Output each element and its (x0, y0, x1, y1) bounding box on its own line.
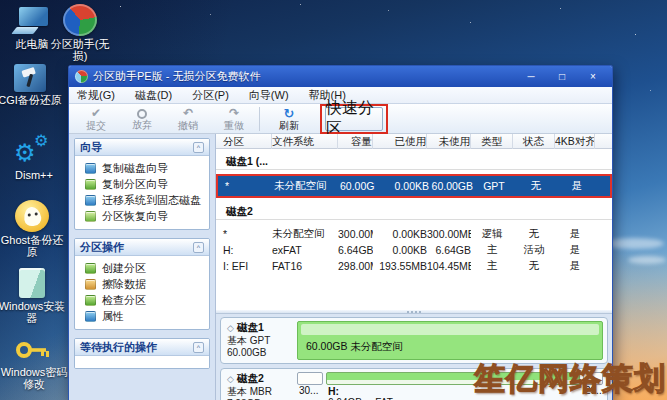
collapse-icon[interactable]: ^ (193, 142, 204, 153)
watermark: 笙亿网络策划 (474, 358, 666, 400)
redo-button[interactable]: ↷ 重做 (211, 105, 257, 133)
wizards-panel-header[interactable]: 向导 ^ (75, 139, 209, 156)
migrate-os-icon (85, 195, 96, 206)
copy-disk-icon (85, 163, 96, 174)
collapse-icon[interactable]: ^ (193, 342, 204, 353)
pending-operations-header[interactable]: 等待执行的操作 ^ (75, 339, 209, 356)
table-row-disk2-i-efi[interactable]: I: EFI FAT16 298.00MB 193.55MB 104.45MB … (216, 258, 612, 274)
col-capacity[interactable]: 容量 (338, 134, 373, 149)
close-button[interactable]: × (580, 69, 606, 84)
disk1-unallocated-bar[interactable]: 60.00GB 未分配空间 (297, 321, 603, 360)
minimize-button[interactable]: ─ (518, 69, 544, 84)
disk-icon: ◇ (227, 323, 234, 333)
partition-recovery-icon (85, 211, 96, 222)
red-highlight-box: 快速分区 (320, 104, 388, 134)
desktop-icon-ghost-backup[interactable]: Ghost备份还原 (0, 200, 66, 258)
pending-operations-panel: 等待执行的操作 ^ (74, 338, 210, 369)
pending-operations-empty (75, 356, 209, 368)
quick-partition-button[interactable]: 快速分区 (325, 107, 383, 131)
desktop-icon-label: 分区助手(无损) (46, 38, 114, 62)
refresh-icon: ↻ (284, 107, 295, 120)
wizards-panel: 向导 ^ 复制磁盘向导 复制分区向导 (74, 138, 210, 230)
check-partition-icon (85, 295, 96, 306)
sidebar-item-copy-disk-wizard[interactable]: 复制磁盘向导 (75, 160, 209, 176)
col-type[interactable]: 类型 (471, 134, 513, 149)
col-filesystem[interactable]: 文件系统 (272, 134, 338, 149)
partition-ops-panel-header[interactable]: 分区操作 ^ (75, 239, 209, 256)
sidebar-item-check-partition[interactable]: 检查分区 (75, 292, 209, 308)
maximize-button[interactable]: □ (549, 69, 575, 84)
desktop-icon-label: Ghost备份还原 (0, 234, 66, 258)
menu-partition[interactable]: 分区(P) (192, 88, 229, 103)
titlebar[interactable]: 分区助手PE版 - 无损分区免费软件 ─ □ × (69, 66, 612, 87)
desktop: 此电脑 分区助手(无损) CGI备份还原 ⚙⚙ Dism++ Ghost备份还原… (0, 0, 667, 400)
sidebar-item-properties[interactable]: 属性 (75, 308, 209, 324)
selected-row-highlight: * 未分配空间 60.00GB 0.00KB 60.00GB GPT 无 是 (216, 174, 612, 198)
refresh-button[interactable]: ↻ 刷新 (266, 105, 312, 133)
cloud-decoration (604, 238, 664, 249)
desktop-icon-label: Windows安装器 (0, 300, 66, 324)
copy-partition-icon (85, 179, 96, 190)
installer-box-icon (19, 268, 45, 298)
wipe-data-icon (85, 279, 96, 290)
desktop-icon-label: Windows密码修改 (0, 366, 68, 390)
disk1-group-row[interactable]: 磁盘1 (... (216, 154, 612, 170)
checkmark-icon: ✔ (91, 107, 101, 120)
app-icon (75, 70, 88, 83)
desktop-icon-windows-password[interactable]: Windows密码修改 (0, 338, 68, 390)
col-used[interactable]: 已使用 (373, 134, 427, 149)
col-4k-aligned[interactable]: 4KB对齐 (555, 134, 595, 149)
toolbar: ✔ 提交 放弃 ↶ 撤销 ↷ 重做 ↻ 刷新 (69, 104, 612, 134)
toolbar-separator (259, 107, 260, 131)
sidebar-item-wipe-data[interactable]: 擦除数据 (75, 276, 209, 292)
disk-icon: ◇ (227, 374, 234, 384)
sidebar: 向导 ^ 复制磁盘向导 复制分区向导 (69, 134, 215, 400)
desktop-icon-partition-assistant[interactable]: 分区助手(无损) (46, 4, 114, 62)
window-title: 分区助手PE版 - 无损分区免费软件 (93, 69, 513, 84)
partition-pie-icon (63, 4, 97, 36)
disk2-info: ◇磁盘2 基本 MBR 7.23GB (225, 371, 297, 400)
sidebar-item-migrate-os-ssd[interactable]: 迁移系统到固态磁盘 (75, 192, 209, 208)
table-header: 分区 文件系统 容量 已使用 未使用 类型 状态 4KB对齐 (216, 134, 612, 149)
undo-icon: ↶ (183, 107, 193, 120)
table-row-disk2-unallocated[interactable]: * 未分配空间 300.00MB 0.00KB 300.00MB 逻辑 无 是 (216, 226, 612, 242)
key-icon (16, 338, 52, 364)
desktop-icon-label: Dism++ (15, 169, 53, 181)
properties-icon (85, 311, 96, 322)
collapse-icon[interactable]: ^ (193, 242, 204, 253)
stars-decoration (0, 0, 1, 1)
gears-icon: ⚙⚙ (14, 133, 54, 167)
partition-table: 分区 文件系统 容量 已使用 未使用 类型 状态 4KB对齐 磁盘1 (... (216, 134, 612, 309)
cloud-decoration (628, 256, 666, 264)
desktop-icon-dism[interactable]: ⚙⚙ Dism++ (0, 133, 68, 181)
disk1-info: ◇磁盘1 基本 GPT 60.00GB (225, 320, 297, 361)
hammer-icon (14, 64, 46, 92)
sidebar-item-partition-recovery[interactable]: 分区恢复向导 (75, 208, 209, 224)
disk1-card[interactable]: ◇磁盘1 基本 GPT 60.00GB 60.00GB 未分配空间 (220, 317, 608, 364)
create-partition-icon (85, 263, 96, 274)
menu-wizard[interactable]: 向导(W) (249, 88, 289, 103)
menu-disk[interactable]: 磁盘(D) (135, 88, 172, 103)
desktop-icon-windows-installer[interactable]: Windows安装器 (0, 268, 66, 324)
col-partition[interactable]: 分区 (216, 134, 272, 149)
discard-button[interactable]: 放弃 (119, 105, 165, 133)
table-row-disk1-unallocated[interactable]: * 未分配空间 60.00GB 0.00KB 60.00GB GPT 无 是 (218, 176, 610, 196)
col-unused[interactable]: 未使用 (427, 134, 471, 149)
undo-button[interactable]: ↶ 撤销 (165, 105, 211, 133)
desktop-icon-label: CGI备份还原 (0, 94, 62, 106)
discard-icon (137, 109, 147, 119)
desktop-icon-label: 此电脑 (16, 38, 49, 50)
partition-ops-panel: 分区操作 ^ 创建分区 擦除数据 (74, 238, 210, 330)
table-row-disk2-h[interactable]: H: exFAT 6.64GB 0.00KB 6.64GB 主 活动 是 (216, 242, 612, 258)
disk2-segment-unallocated[interactable]: 30... (297, 372, 323, 400)
commit-button[interactable]: ✔ 提交 (73, 105, 119, 133)
computer-icon (14, 6, 50, 36)
desktop-icon-cgi-backup[interactable]: CGI备份还原 (0, 64, 64, 106)
disk2-group-row[interactable]: 磁盘2 (216, 204, 612, 220)
ghost-icon (15, 200, 49, 232)
menu-general[interactable]: 常规(G) (77, 88, 115, 103)
sidebar-item-create-partition[interactable]: 创建分区 (75, 260, 209, 276)
col-status[interactable]: 状态 (513, 134, 555, 149)
redo-icon: ↷ (229, 107, 239, 120)
sidebar-item-copy-partition-wizard[interactable]: 复制分区向导 (75, 176, 209, 192)
